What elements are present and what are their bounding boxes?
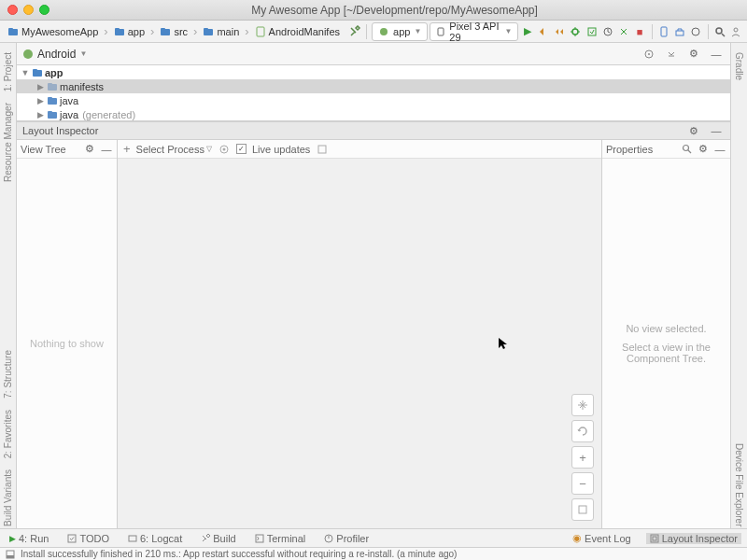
breadcrumb-src[interactable]: src [156,25,191,38]
svg-rect-38 [318,146,326,153]
breadcrumb-project[interactable]: MyAwesomeApp [4,25,102,38]
tab-build[interactable]: Build [197,533,239,544]
avd-manager-button[interactable] [656,23,670,40]
view-tree-empty: Nothing to show [17,159,117,528]
navigation-toolbar: MyAwesomeApp › app › src › main › Androi… [0,21,747,43]
gear-icon[interactable]: ⚙ [697,143,710,156]
pan-button[interactable] [571,394,594,416]
user-icon[interactable] [729,23,743,40]
bottom-tool-toggle-icon[interactable] [6,550,15,559]
project-folder-icon [7,26,19,37]
traffic-lights [7,5,49,15]
snapshot-icon[interactable] [218,143,231,156]
project-view-bar: Android ▼ ⚙ — [17,43,730,65]
zoom-window[interactable] [39,5,49,15]
collapse-icon[interactable] [663,46,680,63]
svg-rect-42 [68,535,76,542]
target-icon[interactable] [641,46,657,63]
zoom-fit-button[interactable] [571,498,594,521]
layout-inspector-header: Layout Inspector ⚙ — [17,121,730,140]
hide-icon[interactable]: — [708,46,725,63]
chevron-down-icon: ▼ [21,68,30,77]
hide-icon[interactable]: — [713,143,726,156]
android-icon [378,26,389,37]
gear-icon[interactable]: ⚙ [83,143,96,156]
tab-build-variants[interactable]: Build Variants [3,468,13,528]
live-updates-checkbox[interactable]: ✓ [236,144,247,154]
debug-button[interactable] [569,23,583,40]
svg-rect-7 [204,28,208,31]
svg-rect-35 [48,111,52,114]
tab-gradle[interactable]: Gradle [734,50,744,82]
gear-icon[interactable]: ⚙ [685,46,702,63]
tab-label: Profiler [336,533,369,544]
tab-structure[interactable]: 7: Structure [3,348,13,400]
tree-row-java-generated[interactable]: ▶ java (generated) [17,107,730,121]
tab-favorites[interactable]: 2: Favorites [3,408,13,460]
sdk-manager-button[interactable] [673,23,687,40]
chevron-down-icon: ▼ [79,49,87,58]
tree-row-manifests[interactable]: ▶ manifests [17,79,730,93]
sync-gradle-button[interactable] [689,23,703,40]
chevron-down-icon: ▼ [414,27,421,35]
run-button[interactable]: ▶ [520,23,534,40]
tab-event-log[interactable]: ◉ Event Log [569,532,635,544]
breadcrumb-sep-icon: › [150,24,154,38]
tab-layout-inspector[interactable]: Layout Inspector [646,533,741,544]
tab-run[interactable]: ▶ 4: Run [6,533,52,544]
add-icon: + [123,142,131,156]
apply-changes-button[interactable] [537,23,551,40]
svg-rect-48 [653,537,656,540]
profiler-button[interactable] [600,23,614,40]
tab-project[interactable]: 1: Project [3,50,13,93]
search-everywhere-button[interactable] [713,23,727,40]
breadcrumb-main[interactable]: main [199,25,243,38]
canvas-area[interactable]: + − [118,159,601,528]
stop-button[interactable]: ■ [632,23,646,40]
minimize-window[interactable] [23,5,34,15]
apply-code-button[interactable] [553,23,567,40]
hide-icon[interactable]: — [708,122,725,139]
chevron-right-icon: ▶ [35,82,45,91]
close-window[interactable] [7,5,18,15]
tab-resource-manager[interactable]: Resource Manager [3,101,13,184]
run-config-label: app [393,26,410,37]
tree-row-app[interactable]: ▼ app [17,65,730,79]
folder-icon [47,81,58,92]
view-tree-panel: View Tree ⚙ — Nothing to show [17,140,118,528]
rotate-button[interactable] [571,420,594,442]
svg-rect-8 [257,27,264,36]
left-tool-gutter: 1: Project Resource Manager 7: Structure… [0,43,17,528]
zoom-in-button[interactable]: + [571,446,594,469]
attach-debugger-button[interactable] [616,23,630,40]
hide-icon[interactable]: — [100,143,113,156]
breadcrumb-file[interactable]: AndroidManifes [251,25,344,38]
module-folder-icon [114,26,125,37]
tab-logcat[interactable]: 6: Logcat [124,533,186,544]
zoom-out-button[interactable]: − [571,472,594,495]
run-config-selector[interactable]: app ▼ [372,22,428,41]
chevron-down-icon: ▽ [206,145,212,153]
right-tool-gutter: Gradle Device File Explorer [730,43,747,528]
tab-label: Build [213,533,235,544]
coverage-button[interactable] [585,23,599,40]
build-hammer-icon[interactable] [347,23,361,40]
tab-profiler[interactable]: Profiler [320,533,373,544]
project-tree[interactable]: ▼ app ▶ manifests ▶ java [17,65,730,121]
tab-device-file-explorer[interactable]: Device File Explorer [734,441,744,528]
search-icon[interactable] [680,143,693,156]
breadcrumb-module[interactable]: app [110,25,148,38]
select-process-dropdown[interactable]: Select Process ▽ [136,144,212,155]
project-view-label: Android [37,48,76,61]
tree-row-java[interactable]: ▶ java [17,93,730,107]
tree-label: java [60,109,78,120]
tree-label: java [60,95,78,106]
main-folder-icon [203,26,214,37]
chevron-down-icon: ▼ [505,27,513,35]
project-view-selector[interactable]: Android ▼ [22,48,87,61]
snapshot-options-icon[interactable] [316,143,329,156]
tab-todo[interactable]: TODO [63,533,113,544]
gear-icon[interactable]: ⚙ [685,122,702,139]
device-selector[interactable]: Pixel 3 API 29 ▼ [430,22,518,41]
tab-terminal[interactable]: Terminal [251,533,310,544]
